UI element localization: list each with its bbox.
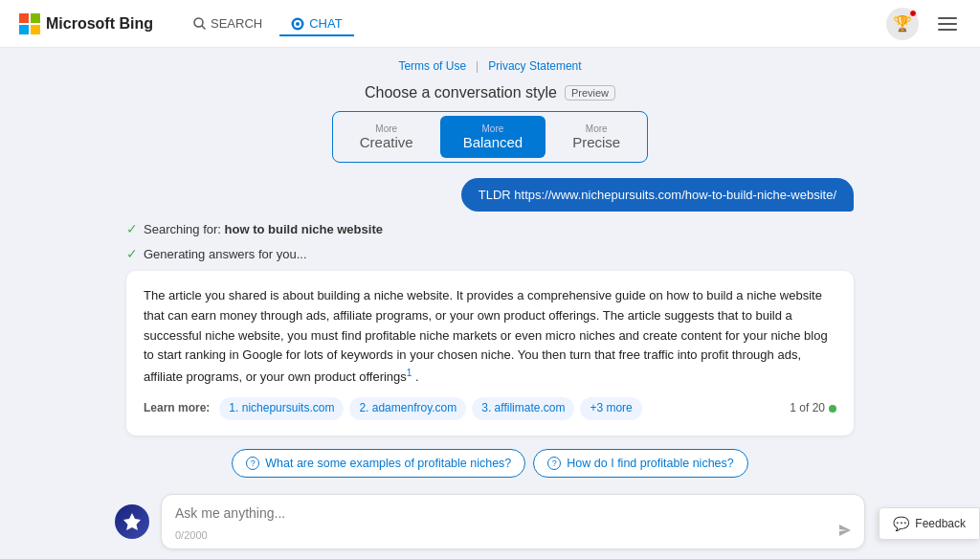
suggestion-icon-1: ? [246,457,259,470]
status-bold-text: how to build niche website [225,222,383,236]
avatar-icon [122,511,143,532]
top-links: Terms of Use | Privacy Statement [398,59,581,73]
status-searching: ✓ Searching for: how to build niche webs… [126,221,854,236]
conversation-style-header: Choose a conversation style Preview [365,84,615,101]
suggestion-label-2: How do I find profitable niches? [567,457,733,470]
input-row: 0/2000 [0,484,980,559]
conversation-style-title: Choose a conversation style [365,84,557,101]
menu-icon [938,23,957,25]
svg-rect-3 [31,25,40,34]
preview-badge: Preview [565,85,615,101]
chat-icon [291,17,304,31]
suggestion-button-1[interactable]: ? What are some examples of profitable n… [232,449,525,478]
input-box: 0/2000 [161,494,865,549]
user-bubble: TLDR https://www.nichepursuits.com/how-t… [461,178,854,212]
count-text: 1 of 20 [790,399,825,417]
conversation-style-area: Choose a conversation style Preview More… [332,84,648,163]
style-precise-label: Precise [572,134,620,150]
privacy-link[interactable]: Privacy Statement [488,59,581,73]
svg-point-4 [194,18,203,27]
svg-rect-2 [19,25,29,34]
style-creative-button[interactable]: More Creative [337,116,436,158]
main-content: Terms of Use | Privacy Statement Choose … [0,48,980,559]
suggestion-icon-2: ? [547,457,561,470]
learn-more-link-3[interactable]: 3. affilimate.com [472,397,574,419]
nav-search[interactable]: SEARCH [182,11,274,36]
menu-icon [938,29,957,31]
nav-chat[interactable]: CHAT [279,11,353,36]
ms-logo-icon [19,13,40,34]
header: Microsoft Bing SEARCH CHAT 🏆 [0,0,980,48]
logo-area: Microsoft Bing [19,13,153,34]
search-icon [193,17,206,30]
check-icon-1: ✓ [126,221,138,236]
style-balanced-sub: More [482,123,504,134]
svg-rect-0 [19,13,29,23]
learn-more-row: Learn more: 1. nichepursuits.com 2. adam… [144,397,836,419]
check-icon-2: ✓ [126,246,138,261]
user-message-container: TLDR https://www.nichepursuits.com/how-t… [126,178,854,212]
style-buttons-group: More Creative More Balanced More Precise [332,111,648,163]
svg-line-5 [202,26,206,30]
learn-more-link-more[interactable]: +3 more [580,397,641,419]
logo-text: Microsoft Bing [46,15,153,33]
send-arrow-icon [837,523,853,538]
svg-rect-1 [31,13,40,23]
style-creative-label: Creative [360,134,413,150]
ai-response: The article you shared is about building… [126,271,854,436]
svg-point-8 [296,22,300,26]
menu-icon [938,17,957,19]
send-icon[interactable] [837,523,853,541]
trophy-icon: 🏆 [893,14,912,33]
feedback-label: Feedback [915,517,966,530]
green-dot-icon [829,405,836,413]
style-balanced-button[interactable]: More Balanced [440,116,546,158]
suggestion-button-2[interactable]: ? How do I find profitable niches? [533,449,747,478]
style-precise-button[interactable]: More Precise [549,116,643,158]
feedback-icon: 💬 [893,516,909,531]
footnote-1: 1 [407,368,412,378]
char-count: 0/2000 [175,529,208,541]
style-creative-sub: More [375,123,397,134]
chat-area: TLDR https://www.nichepursuits.com/how-t… [107,178,873,514]
nav: SEARCH CHAT [182,11,354,36]
style-balanced-label: Balanced [463,134,523,150]
status-generating: ✓ Generating answers for you... [126,246,854,261]
menu-button[interactable] [934,13,961,34]
learn-more-label: Learn more: [144,399,210,417]
learn-more-link-1[interactable]: 1. nichepursuits.com [219,397,344,419]
terms-link[interactable]: Terms of Use [398,59,466,73]
style-precise-sub: More [586,123,608,134]
header-right: 🏆 [886,8,961,40]
avatar [115,504,149,539]
link-separator: | [476,59,479,73]
learn-more-link-2[interactable]: 2. adamenfroy.com [349,397,466,419]
chat-input[interactable] [175,505,851,521]
trophy-button[interactable]: 🏆 [886,8,919,40]
status-generating-text: Generating answers for you... [144,247,307,261]
notification-dot [909,10,917,17]
suggestion-label-1: What are some examples of profitable nic… [265,457,511,470]
ai-response-text: The article you shared is about building… [144,288,828,385]
status-searching-text: Searching for: how to build niche websit… [144,222,383,236]
message-count: 1 of 20 [790,399,836,417]
feedback-button[interactable]: 💬 Feedback [879,507,980,540]
